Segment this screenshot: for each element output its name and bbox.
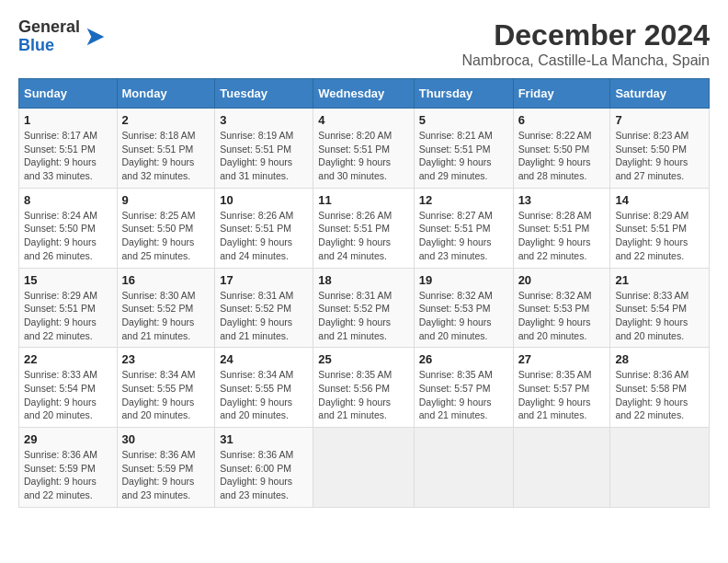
day-info: Sunrise: 8:32 AM Sunset: 5:53 PM Dayligh…: [518, 289, 606, 343]
month-year: December 2024: [462, 18, 710, 52]
calendar-cell-31: 31Sunrise: 8:36 AM Sunset: 6:00 PM Dayli…: [215, 428, 313, 508]
calendar-cell-11: 11Sunrise: 8:26 AM Sunset: 5:51 PM Dayli…: [313, 188, 414, 268]
day-number: 6: [518, 113, 606, 127]
day-info: Sunrise: 8:36 AM Sunset: 6:00 PM Dayligh…: [220, 448, 308, 502]
day-number: 30: [122, 432, 210, 446]
day-info: Sunrise: 8:21 AM Sunset: 5:51 PM Dayligh…: [419, 129, 508, 183]
calendar-cell-9: 9Sunrise: 8:25 AM Sunset: 5:50 PM Daylig…: [117, 188, 215, 268]
day-number: 17: [220, 273, 308, 287]
calendar-cell-30: 30Sunrise: 8:36 AM Sunset: 5:59 PM Dayli…: [117, 428, 215, 508]
day-info: Sunrise: 8:35 AM Sunset: 5:57 PM Dayligh…: [518, 368, 606, 422]
day-info: Sunrise: 8:34 AM Sunset: 5:55 PM Dayligh…: [122, 368, 210, 422]
day-number: 25: [318, 352, 408, 366]
day-number: 16: [122, 273, 210, 287]
calendar-cell-5: 5Sunrise: 8:21 AM Sunset: 5:51 PM Daylig…: [414, 109, 513, 189]
calendar-header-monday: Monday: [117, 79, 215, 109]
calendar-header-sunday: Sunday: [19, 79, 118, 109]
calendar-cell-empty: [513, 428, 610, 508]
day-info: Sunrise: 8:33 AM Sunset: 5:54 PM Dayligh…: [24, 368, 112, 422]
day-info: Sunrise: 8:19 AM Sunset: 5:51 PM Dayligh…: [220, 129, 308, 183]
day-number: 22: [24, 352, 112, 366]
day-info: Sunrise: 8:18 AM Sunset: 5:51 PM Dayligh…: [122, 129, 210, 183]
calendar-header-row: SundayMondayTuesdayWednesdayThursdayFrid…: [19, 79, 710, 109]
calendar-week-2: 8Sunrise: 8:24 AM Sunset: 5:50 PM Daylig…: [19, 188, 710, 268]
day-number: 1: [24, 113, 112, 127]
calendar-header-wednesday: Wednesday: [313, 79, 414, 109]
day-number: 12: [419, 193, 508, 207]
calendar-cell-6: 6Sunrise: 8:22 AM Sunset: 5:50 PM Daylig…: [513, 109, 610, 189]
calendar-cell-8: 8Sunrise: 8:24 AM Sunset: 5:50 PM Daylig…: [19, 188, 118, 268]
day-info: Sunrise: 8:29 AM Sunset: 5:51 PM Dayligh…: [24, 289, 112, 343]
calendar-cell-26: 26Sunrise: 8:35 AM Sunset: 5:57 PM Dayli…: [414, 348, 513, 428]
day-number: 14: [615, 193, 704, 207]
day-number: 10: [220, 193, 308, 207]
calendar-week-1: 1Sunrise: 8:17 AM Sunset: 5:51 PM Daylig…: [19, 109, 710, 189]
day-number: 19: [419, 273, 508, 287]
day-number: 2: [122, 113, 210, 127]
calendar-cell-28: 28Sunrise: 8:36 AM Sunset: 5:58 PM Dayli…: [610, 348, 710, 428]
calendar-cell-12: 12Sunrise: 8:27 AM Sunset: 5:51 PM Dayli…: [414, 188, 513, 268]
title-area: December 2024 Nambroca, Castille-La Manc…: [462, 18, 710, 69]
day-info: Sunrise: 8:17 AM Sunset: 5:51 PM Dayligh…: [24, 129, 112, 183]
day-number: 11: [318, 193, 408, 207]
logo-text: General Blue: [18, 18, 80, 55]
logo-blue: Blue: [18, 37, 80, 55]
svg-marker-0: [87, 28, 105, 45]
calendar-header-tuesday: Tuesday: [215, 79, 313, 109]
day-number: 20: [518, 273, 606, 287]
calendar-cell-18: 18Sunrise: 8:31 AM Sunset: 5:52 PM Dayli…: [313, 268, 414, 348]
day-number: 28: [615, 352, 704, 366]
day-info: Sunrise: 8:26 AM Sunset: 5:51 PM Dayligh…: [220, 209, 308, 263]
day-number: 15: [24, 273, 112, 287]
calendar-cell-16: 16Sunrise: 8:30 AM Sunset: 5:52 PM Dayli…: [117, 268, 215, 348]
calendar-header-thursday: Thursday: [414, 79, 513, 109]
calendar-cell-13: 13Sunrise: 8:28 AM Sunset: 5:51 PM Dayli…: [513, 188, 610, 268]
day-number: 21: [615, 273, 704, 287]
day-info: Sunrise: 8:30 AM Sunset: 5:52 PM Dayligh…: [122, 289, 210, 343]
day-info: Sunrise: 8:36 AM Sunset: 5:59 PM Dayligh…: [24, 448, 112, 502]
logo-general: General: [18, 18, 80, 37]
day-number: 3: [220, 113, 308, 127]
day-info: Sunrise: 8:33 AM Sunset: 5:54 PM Dayligh…: [615, 289, 704, 343]
day-info: Sunrise: 8:35 AM Sunset: 5:56 PM Dayligh…: [318, 368, 408, 422]
day-info: Sunrise: 8:23 AM Sunset: 5:50 PM Dayligh…: [615, 129, 704, 183]
calendar-cell-10: 10Sunrise: 8:26 AM Sunset: 5:51 PM Dayli…: [215, 188, 313, 268]
calendar-cell-empty: [610, 428, 710, 508]
calendar-cell-17: 17Sunrise: 8:31 AM Sunset: 5:52 PM Dayli…: [215, 268, 313, 348]
logo: General Blue: [18, 18, 108, 55]
day-info: Sunrise: 8:31 AM Sunset: 5:52 PM Dayligh…: [318, 289, 408, 343]
day-number: 26: [419, 352, 508, 366]
logo-icon: [83, 24, 108, 50]
calendar-week-5: 29Sunrise: 8:36 AM Sunset: 5:59 PM Dayli…: [19, 428, 710, 508]
calendar-cell-empty: [414, 428, 513, 508]
calendar-cell-2: 2Sunrise: 8:18 AM Sunset: 5:51 PM Daylig…: [117, 109, 215, 189]
day-number: 18: [318, 273, 408, 287]
header: General Blue December 2024 Nambroca, Cas…: [18, 18, 710, 69]
calendar-cell-7: 7Sunrise: 8:23 AM Sunset: 5:50 PM Daylig…: [610, 109, 710, 189]
calendar-week-3: 15Sunrise: 8:29 AM Sunset: 5:51 PM Dayli…: [19, 268, 710, 348]
calendar-cell-19: 19Sunrise: 8:32 AM Sunset: 5:53 PM Dayli…: [414, 268, 513, 348]
day-info: Sunrise: 8:32 AM Sunset: 5:53 PM Dayligh…: [419, 289, 508, 343]
calendar-cell-24: 24Sunrise: 8:34 AM Sunset: 5:55 PM Dayli…: [215, 348, 313, 428]
calendar-cell-29: 29Sunrise: 8:36 AM Sunset: 5:59 PM Dayli…: [19, 428, 118, 508]
day-number: 9: [122, 193, 210, 207]
calendar-cell-1: 1Sunrise: 8:17 AM Sunset: 5:51 PM Daylig…: [19, 109, 118, 189]
calendar-cell-empty: [313, 428, 414, 508]
day-info: Sunrise: 8:34 AM Sunset: 5:55 PM Dayligh…: [220, 368, 308, 422]
calendar-cell-14: 14Sunrise: 8:29 AM Sunset: 5:51 PM Dayli…: [610, 188, 710, 268]
calendar-cell-23: 23Sunrise: 8:34 AM Sunset: 5:55 PM Dayli…: [117, 348, 215, 428]
day-number: 4: [318, 113, 408, 127]
calendar-cell-3: 3Sunrise: 8:19 AM Sunset: 5:51 PM Daylig…: [215, 109, 313, 189]
day-info: Sunrise: 8:28 AM Sunset: 5:51 PM Dayligh…: [518, 209, 606, 263]
calendar-cell-27: 27Sunrise: 8:35 AM Sunset: 5:57 PM Dayli…: [513, 348, 610, 428]
day-number: 7: [615, 113, 704, 127]
day-info: Sunrise: 8:36 AM Sunset: 5:59 PM Dayligh…: [122, 448, 210, 502]
day-number: 31: [220, 432, 308, 446]
calendar-header-friday: Friday: [513, 79, 610, 109]
day-info: Sunrise: 8:24 AM Sunset: 5:50 PM Dayligh…: [24, 209, 112, 263]
day-info: Sunrise: 8:31 AM Sunset: 5:52 PM Dayligh…: [220, 289, 308, 343]
calendar-cell-22: 22Sunrise: 8:33 AM Sunset: 5:54 PM Dayli…: [19, 348, 118, 428]
day-info: Sunrise: 8:36 AM Sunset: 5:58 PM Dayligh…: [615, 368, 704, 422]
day-number: 24: [220, 352, 308, 366]
day-number: 13: [518, 193, 606, 207]
